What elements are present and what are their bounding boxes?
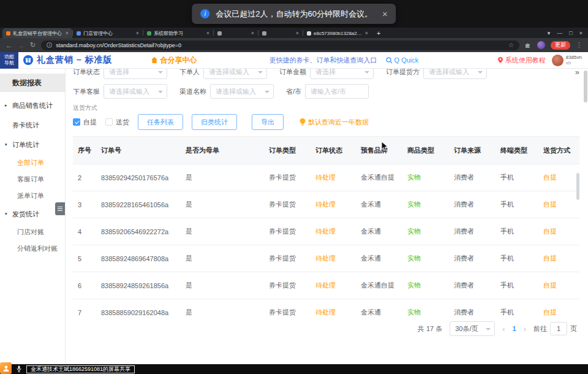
goto-page-input[interactable] (550, 322, 567, 335)
back-icon[interactable]: ← (6, 42, 12, 49)
sidebar-item-order-stats[interactable]: ▾ 订单统计 (0, 135, 65, 155)
current-page[interactable]: 1 (513, 325, 516, 332)
table-cell: 是 (181, 254, 264, 263)
tab-close-icon[interactable]: × (136, 30, 139, 36)
table-row[interactable]: 683858924859261856a是券卡提货待处理金禾通自提实物消费者手机自… (73, 272, 579, 299)
sidebar-item-rebate-reconcile[interactable]: 分销返利对账 (0, 240, 65, 257)
table-cell: 金禾通 (356, 308, 402, 317)
minimize-button[interactable]: — (557, 30, 562, 36)
task-list-button[interactable]: 任务列表 (138, 114, 183, 130)
tab-close-icon[interactable]: × (251, 30, 254, 36)
table-cell: 是 (181, 281, 264, 290)
forward-icon[interactable]: → (18, 42, 24, 49)
sidebar-item-product-sales[interactable]: ▸ 商品销售统计 (0, 96, 65, 115)
table-row[interactable]: 583858924869647808a是券卡提货待处理金禾通实物消费者手机自提 (73, 245, 579, 272)
table-cell: 金禾通自提 (356, 281, 402, 290)
export-button[interactable]: 导出 (252, 114, 284, 130)
extensions-icon[interactable] (525, 42, 532, 48)
channel-name-select[interactable]: 请选择或输入 (210, 84, 274, 99)
tutorial-link[interactable]: 系统使用教程 (497, 56, 546, 65)
service-agent-select[interactable]: 请选择或输入 (104, 84, 167, 99)
meeting-avatar[interactable] (0, 362, 12, 374)
browser-tab-1[interactable]: 礼盒营销平台管理中心 × (2, 28, 72, 38)
column-header: 订单号 (96, 146, 181, 155)
tab-close-icon[interactable]: × (296, 30, 299, 36)
browser-profile-avatar[interactable] (537, 41, 545, 49)
table-row[interactable]: 483859206546922272a是券卡提货待处理金禾通实物消费者手机自提 (73, 218, 579, 245)
sidebar-item-store-reconcile[interactable]: 门店对账 (0, 224, 65, 240)
prev-page-button[interactable]: ‹ (502, 324, 505, 334)
filter-label: 渠道名称 (179, 87, 206, 96)
sidebar-collapse-handle[interactable] (55, 202, 65, 215)
sidebar-item-coupon-stats[interactable]: 券卡统计 (0, 115, 65, 135)
close-icon[interactable]: × (382, 9, 388, 19)
table-cell: 券卡提货 (264, 308, 311, 317)
browser-update-button[interactable]: 更新 (551, 41, 570, 50)
chevron-down-icon[interactable]: ▾ (548, 30, 551, 36)
classified-stats-button[interactable]: 归类统计 (192, 114, 237, 130)
share-center-link[interactable]: 合分享中心 (151, 55, 197, 66)
site-info-icon[interactable]: i (47, 42, 52, 48)
table-scrollbar[interactable] (576, 173, 579, 200)
reload-icon[interactable]: ↻ (30, 41, 36, 49)
pickup-party-select[interactable]: 请选择或输入 (423, 69, 487, 79)
window-close-button[interactable]: × (579, 30, 582, 36)
tab-label: 门店管理中心 (83, 30, 134, 37)
search-icon (386, 57, 393, 64)
table-cell: 83858859029162048a (96, 309, 181, 316)
chevron-down-icon (158, 71, 163, 74)
sidebar-item-dispatch-orders[interactable]: 派单订单 (0, 188, 65, 204)
tab-close-icon[interactable]: × (206, 30, 209, 36)
browser-tab-3[interactable]: 系统帮助学习 × (143, 28, 213, 38)
sidebar-item-service-orders[interactable]: 客服订单 (0, 171, 65, 188)
maximize-button[interactable]: □ (569, 30, 572, 36)
order-status-select[interactable]: 请选择 (104, 69, 167, 79)
pin-icon (497, 56, 503, 64)
quick-search-link[interactable]: Q Quick (386, 56, 419, 64)
sidebar-item-label: 券卡统计 (12, 121, 39, 130)
filter-label: 订单状态 (73, 69, 100, 77)
table-cell: 83858924869647808a (96, 255, 181, 262)
order-amount-select[interactable]: 请选择 (310, 69, 374, 79)
table-row[interactable]: 383859228165461056a是券卡提货待处理金禾通实物消费者手机自提 (73, 191, 579, 218)
table-row[interactable]: 783858859029162048a是券卡提货待处理金禾通实物消费者手机自提 (73, 299, 579, 319)
checkbox-checked-icon (73, 118, 80, 126)
table-cell: 手机 (496, 281, 538, 290)
browser-tab-4[interactable]: × (214, 28, 258, 38)
province-city-input[interactable]: 请输入省/市 (305, 84, 369, 99)
browser-tab-6[interactable]: e8c573980b1328a258fd2e6ll × (303, 28, 372, 38)
checkbox-self-pickup[interactable]: 自提 (73, 118, 97, 127)
user-name: 8385xh xh (566, 55, 582, 66)
table-cell: 待处理 (311, 173, 356, 182)
filter-order-status: 订单状态 请选择 (73, 69, 167, 79)
page-scrollbar[interactable] (584, 71, 587, 102)
table-row[interactable]: 283859294250176576a是券卡提货待处理金禾通自提实物消费者手机自… (73, 164, 579, 191)
browser-menu-icon[interactable]: ⋮ (576, 41, 582, 49)
page-size-select[interactable]: 30条/页 (450, 321, 495, 336)
user-name-sub: xh (566, 60, 582, 66)
orders-table: 序号订单号是否为母单订单类型订单状态预售品牌商品类型订单来源终端类型送货方式 2… (73, 136, 579, 319)
browser-tabbar: 礼盒营销平台管理中心 × 门店管理中心 × 系统帮助学习 × × × (0, 28, 588, 38)
url-text[interactable]: standard.maboy.cn/OrderStatisticsDetail?… (56, 42, 505, 48)
app-header: 功能 导航 礼盒营销 – 标准版 合分享中心 更快捷的券卡、订单和快递查询入口 (0, 52, 588, 69)
new-tab-button[interactable]: + (372, 29, 385, 37)
address-bar[interactable]: i standard.maboy.cn/OrderStatisticsDetai… (41, 40, 519, 50)
browser-tab-5[interactable]: × (258, 28, 303, 38)
checkbox-deliver[interactable]: 送货 (105, 118, 129, 127)
panel-expand-icon[interactable]: » (575, 69, 579, 77)
browser-tab-2[interactable]: 门店管理中心 × (73, 28, 143, 38)
orderer-select[interactable]: 请选择或输入 (203, 69, 267, 79)
next-page-button[interactable]: › (524, 324, 526, 334)
nav-toggle-button[interactable]: 功能 导航 (0, 52, 18, 69)
chevron-down-icon (478, 71, 483, 74)
sidebar-item-all-orders[interactable]: 全部订单 (0, 155, 65, 171)
quick-label: Q Quick (394, 56, 419, 64)
sidebar-item-data-report[interactable]: 数据报表 (0, 74, 65, 92)
table-cell: 自提 (538, 173, 579, 182)
user-menu[interactable]: 8385xh xh (552, 55, 582, 66)
app-title: 礼盒营销 – 标准版 (37, 55, 113, 66)
tab-close-icon[interactable]: × (66, 30, 69, 36)
tab-close-icon[interactable]: × (365, 30, 368, 36)
page-size-value: 30条/页 (455, 324, 478, 334)
bookmark-star-icon[interactable]: ☆ (508, 42, 514, 48)
